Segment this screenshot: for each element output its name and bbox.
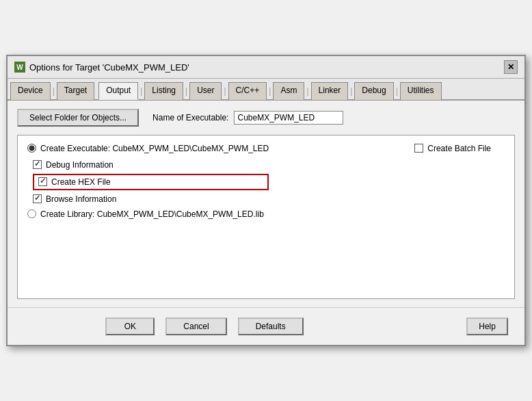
tab-cpp[interactable]: C/C++	[228, 82, 267, 100]
cancel-button[interactable]: Cancel	[165, 318, 226, 335]
create-hex-label: Create HEX File	[51, 177, 111, 187]
tab-output[interactable]: Output	[98, 82, 138, 100]
create-library-row: Create Library: CubeMX_PWM_LED\CubeMX_PW…	[27, 209, 269, 219]
create-batch-label: Create Batch File	[427, 144, 491, 153]
tabs-bar: Device | Target Output | Listing | User …	[8, 79, 524, 101]
app-icon: W	[14, 62, 25, 73]
left-options: Debug Information Create HEX File Browse…	[27, 160, 269, 204]
create-library-label: Create Library: CubeMX_PWM_LED\CubeMX_PW…	[40, 209, 264, 219]
browse-info-row: Browse Information	[33, 194, 269, 204]
create-batch-row: Create Batch File	[414, 144, 491, 153]
tab-listing[interactable]: Listing	[144, 82, 183, 100]
create-library-radio[interactable]	[27, 209, 36, 218]
select-folder-button[interactable]: Select Folder for Objects...	[17, 109, 139, 127]
dialog-title: Options for Target 'CubeMX_PWM_LED'	[29, 62, 189, 73]
browse-info-label: Browse Information	[46, 194, 116, 204]
defaults-button[interactable]: Defaults	[238, 318, 304, 335]
debug-info-row: Debug Information	[33, 160, 269, 170]
buttons-wrapper: OK Cancel Defaults Help	[17, 318, 515, 335]
create-batch-checkbox[interactable]	[414, 144, 423, 153]
create-exe-radio[interactable]	[27, 144, 36, 153]
content-area: Select Folder for Objects... Name of Exe…	[8, 101, 524, 307]
left-column: Create Executable: CubeMX_PWM_LED\CubeMX…	[27, 144, 269, 219]
title-bar: W Options for Target 'CubeMX_PWM_LED' ✕	[8, 56, 524, 79]
top-row: Select Folder for Objects... Name of Exe…	[17, 109, 515, 127]
name-exe-label: Name of Executable:	[152, 113, 228, 122]
close-button[interactable]: ✕	[504, 60, 518, 74]
options-dialog: W Options for Target 'CubeMX_PWM_LED' ✕ …	[6, 55, 526, 346]
tab-user[interactable]: User	[189, 82, 222, 100]
bottom-bar: OK Cancel Defaults Help	[8, 307, 524, 345]
tab-debug[interactable]: Debug	[354, 82, 393, 100]
panel-inner: Create Executable: CubeMX_PWM_LED\CubeMX…	[27, 144, 505, 219]
name-exe-input[interactable]	[234, 111, 343, 125]
name-exe-row: Name of Executable:	[152, 111, 515, 125]
create-exe-row: Create Executable: CubeMX_PWM_LED\CubeMX…	[27, 144, 269, 153]
create-exe-label: Create Executable: CubeMX_PWM_LED\CubeMX…	[40, 144, 269, 153]
right-column: Create Batch File	[414, 144, 505, 219]
create-hex-row: Create HEX File	[33, 174, 269, 190]
title-bar-left: W Options for Target 'CubeMX_PWM_LED'	[14, 62, 189, 73]
debug-info-checkbox[interactable]	[33, 160, 42, 169]
tab-utilities[interactable]: Utilities	[400, 82, 442, 100]
tab-linker[interactable]: Linker	[311, 82, 349, 100]
tab-device[interactable]: Device	[10, 82, 51, 100]
help-button[interactable]: Help	[466, 318, 508, 335]
ok-button[interactable]: OK	[105, 318, 155, 335]
tab-asm[interactable]: Asm	[273, 82, 304, 100]
main-panel: Create Executable: CubeMX_PWM_LED\CubeMX…	[17, 135, 515, 299]
create-hex-checkbox[interactable]	[38, 177, 47, 186]
browse-info-checkbox[interactable]	[33, 194, 42, 203]
debug-info-label: Debug Information	[46, 160, 114, 170]
tab-target[interactable]: Target	[57, 82, 94, 100]
center-buttons: OK Cancel Defaults	[105, 318, 303, 335]
